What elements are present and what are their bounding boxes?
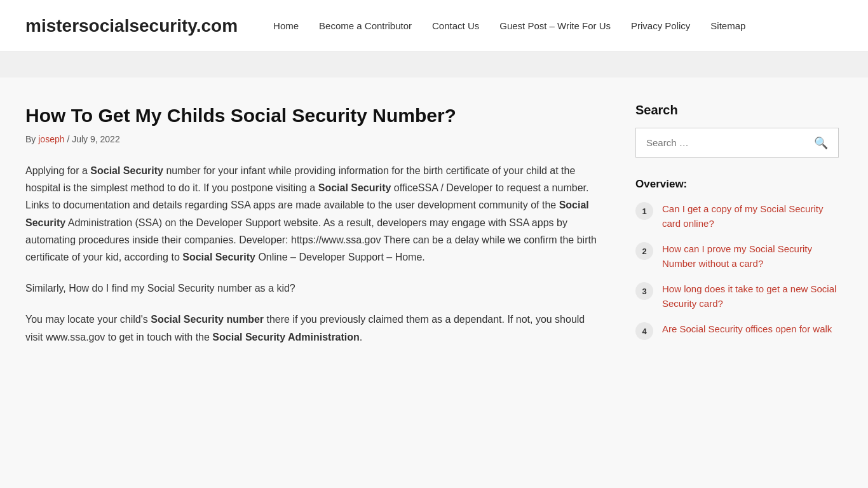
article-paragraph-p1: Applying for a Social Security number fo…: [25, 162, 597, 266]
article-paragraph-p3: You may locate your child's Social Secur…: [25, 311, 597, 345]
overview-title: Overview:: [635, 178, 839, 191]
overview-link-4[interactable]: Are Social Security offices open for wal…: [662, 322, 832, 337]
search-box: 🔍: [635, 128, 839, 158]
overview-item: 3How long does it take to get a new Soci…: [635, 282, 839, 311]
meta-by: By: [25, 134, 36, 144]
site-logo[interactable]: mistersocialsecurity.com: [25, 16, 238, 36]
sub-header-band: [0, 52, 868, 78]
overview-item: 2How can I prove my Social Security Numb…: [635, 242, 839, 271]
overview-number: 4: [635, 322, 653, 340]
overview-number: 3: [635, 282, 653, 300]
search-input[interactable]: [636, 128, 804, 157]
nav-item-contact[interactable]: Contact Us: [422, 20, 489, 31]
overview-link-3[interactable]: How long does it take to get a new Socia…: [662, 282, 839, 311]
overview-number: 2: [635, 242, 653, 260]
overview-list: 1Can I get a copy of my Social Security …: [635, 202, 839, 340]
overview-link-2[interactable]: How can I prove my Social Security Numbe…: [662, 242, 839, 271]
search-button[interactable]: 🔍: [804, 130, 838, 156]
author-link[interactable]: joseph: [38, 134, 64, 144]
nav-item-privacy[interactable]: Privacy Policy: [621, 20, 700, 31]
nav-item-contributor[interactable]: Become a Contributor: [309, 20, 422, 31]
sidebar: Search 🔍 Overview: 1Can I get a copy of …: [635, 103, 839, 463]
overview-item: 1Can I get a copy of my Social Security …: [635, 202, 839, 231]
main-content: How To Get My Childs Social Security Num…: [25, 103, 597, 463]
page-wrapper: How To Get My Childs Social Security Num…: [0, 78, 868, 488]
article-paragraph-p2: Similarly, How do I find my Social Secur…: [25, 280, 597, 297]
article-body: Applying for a Social Security number fo…: [25, 162, 597, 346]
search-section-title: Search: [635, 103, 839, 118]
nav-item-guest-post[interactable]: Guest Post – Write For Us: [489, 20, 621, 31]
site-header: mistersocialsecurity.com HomeBecome a Co…: [0, 0, 868, 52]
overview-item: 4Are Social Security offices open for wa…: [635, 322, 839, 340]
overview-link-1[interactable]: Can I get a copy of my Social Security c…: [662, 202, 839, 231]
overview-number: 1: [635, 202, 653, 220]
nav-item-home[interactable]: Home: [263, 20, 309, 31]
article-meta: By joseph / July 9, 2022: [25, 134, 597, 144]
nav-item-sitemap[interactable]: Sitemap: [700, 20, 756, 31]
main-navigation: HomeBecome a ContributorContact UsGuest …: [263, 20, 756, 31]
article-date: July 9, 2022: [72, 134, 120, 144]
article-title: How To Get My Childs Social Security Num…: [25, 103, 597, 128]
